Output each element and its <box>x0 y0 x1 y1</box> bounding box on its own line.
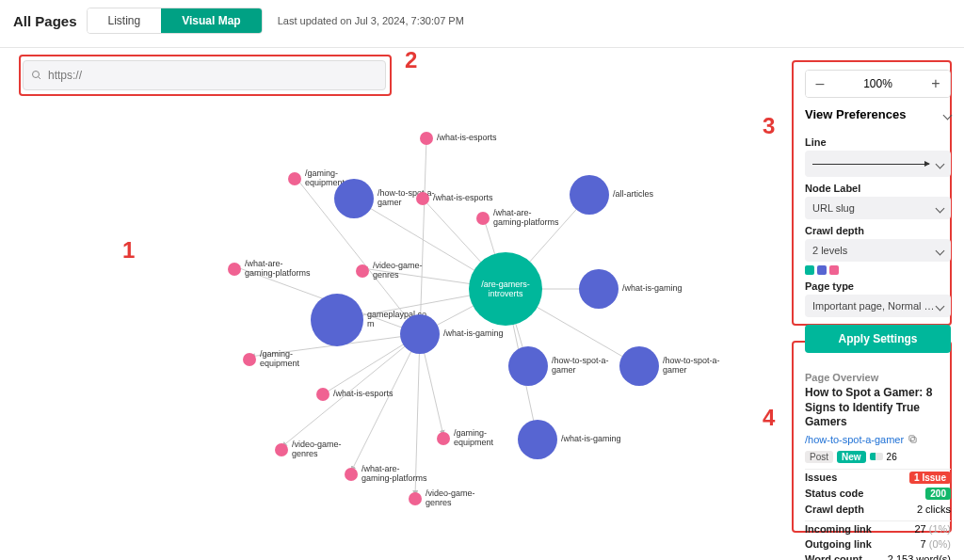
crawl-depth-label: Crawl depth <box>805 225 951 236</box>
zoom-in-button[interactable]: + <box>922 71 950 97</box>
search-input[interactable]: https:// <box>23 60 386 90</box>
node-n21[interactable]: /video-game-genres <box>409 489 491 508</box>
view-tabs: Listing Visual Map <box>87 8 263 34</box>
overview-url[interactable]: /how-to-spot-a-gamer <box>805 434 951 445</box>
node-label: /video-game-genres <box>426 489 491 508</box>
copy-icon[interactable] <box>908 434 918 444</box>
node-circle <box>288 172 301 185</box>
last-updated: Last updated on Jul 3, 2024, 7:30:07 PM <box>278 15 464 26</box>
node-circle <box>570 175 609 215</box>
tab-listing[interactable]: Listing <box>88 8 162 33</box>
node-circle <box>243 353 256 366</box>
node-n6[interactable]: /what-are-gaming-platforms <box>476 209 559 228</box>
node-n13[interactable]: /what-is-gaming <box>400 314 504 354</box>
chevron-down-icon <box>937 158 943 169</box>
node-label-select[interactable]: URL slug <box>805 197 951 219</box>
node-label: /what-is-esports <box>437 134 497 143</box>
node-label: /what-is-gaming <box>443 329 504 339</box>
svg-rect-22 <box>911 438 917 443</box>
node-label: /what-is-esports <box>333 390 394 399</box>
legend-swatch <box>805 265 814 275</box>
node-circle <box>345 468 358 481</box>
overview-tags: Post New 26 <box>805 451 951 463</box>
page-type-label: Page type <box>805 280 951 292</box>
node-circle <box>437 432 450 445</box>
node-circle <box>476 212 490 225</box>
post-tag: Post <box>805 451 833 463</box>
node-label: /what-is-gaming <box>561 435 621 444</box>
tab-visual-map[interactable]: Visual Map <box>161 8 261 33</box>
node-n1[interactable]: /what-is-esports <box>420 132 497 145</box>
node-n14[interactable]: /how-to-spot-a-gamer <box>508 346 618 386</box>
legend-swatch <box>817 265 827 275</box>
node-n18[interactable]: /what-is-gaming <box>518 420 621 459</box>
node-n16[interactable]: /what-is-esports <box>316 388 394 401</box>
node-label: /all-articles <box>613 190 653 200</box>
visual-map-canvas[interactable]: /what-is-esports/gaming-equipment/how-to… <box>19 94 781 546</box>
node-label: /what-is-gaming <box>622 284 683 294</box>
chevron-down-icon <box>937 245 943 256</box>
node-circle <box>409 492 422 505</box>
node-n10[interactable]: /what-is-gaming <box>579 269 683 309</box>
row-words: Word count 2,153 word(s) <box>805 553 951 560</box>
chevron-down-icon <box>937 202 943 214</box>
node-circle <box>356 264 369 278</box>
node-circle <box>619 346 659 386</box>
svg-line-1 <box>39 77 41 80</box>
row-status: Status code 200 <box>805 488 951 500</box>
new-tag: New <box>837 451 866 463</box>
row-incoming: Incoming link 27 (1%) <box>805 520 951 535</box>
page-title: All Pages <box>13 13 77 29</box>
node-circle <box>400 314 440 354</box>
row-outgoing: Outgoing link 7 (0%) <box>805 538 951 550</box>
node-n17[interactable]: /gaming-equipment <box>437 429 520 448</box>
header-bar: All Pages Listing Visual Map Last update… <box>0 0 964 41</box>
zoom-out-button[interactable]: – <box>806 71 834 97</box>
overview-score: 26 <box>887 452 897 462</box>
zoom-value: 100% <box>834 71 922 97</box>
svg-line-19 <box>351 334 420 472</box>
node-circle <box>579 269 619 309</box>
node-label: /how-to-spot-a-gamer <box>552 357 618 376</box>
overview-title: How to Spot a Gamer: 8 Signs to Identify… <box>805 386 951 430</box>
node-circle <box>416 192 429 205</box>
node-circle <box>228 263 241 276</box>
node-circle <box>334 179 374 218</box>
arrow-line-icon <box>812 164 929 165</box>
page-overview-panel: Page Overview How to Spot a Gamer: 8 Sig… <box>805 362 951 560</box>
node-circle <box>275 443 288 456</box>
node-circle <box>508 346 548 386</box>
score-bar-icon <box>870 453 883 460</box>
side-panel: – 100% + View Preferences Line Node Labe… <box>805 70 951 560</box>
node-n12[interactable]: /gaming-equipment <box>243 350 326 369</box>
zoom-control: – 100% + <box>805 70 951 98</box>
page-type-select[interactable]: Important page, Normal … <box>805 295 951 317</box>
node-n4[interactable]: /what-is-esports <box>416 192 493 205</box>
node-label: /how-to-spot-a-gamer <box>663 357 729 376</box>
node-label: /gaming-equipment <box>260 350 326 369</box>
node-n8[interactable]: /video-game-genres <box>356 262 439 280</box>
svg-point-0 <box>33 72 40 78</box>
svg-rect-23 <box>909 436 915 441</box>
callout-2: 2 <box>405 47 417 73</box>
node-n5[interactable]: /all-articles <box>570 175 653 215</box>
line-style-select[interactable] <box>805 151 951 177</box>
issues-badge: 1 Issue <box>909 472 951 484</box>
node-n7[interactable]: /what-are-gaming-platforms <box>228 260 311 279</box>
node-label: /what-are-gaming-platforms <box>362 465 427 484</box>
divider <box>0 47 964 48</box>
node-label: /video-game-genres <box>373 262 439 280</box>
node-label: /gaming-equipment <box>454 429 520 448</box>
node-circle <box>518 420 557 459</box>
node-circle <box>316 388 329 401</box>
view-prefs-header[interactable]: View Preferences <box>805 107 951 121</box>
search-value: https:// <box>48 69 82 82</box>
chevron-down-icon <box>944 107 951 121</box>
chevron-down-icon <box>937 300 943 312</box>
node-n15[interactable]: /how-to-spot-a-gamer <box>619 346 729 386</box>
row-issues: Issues 1 Issue <box>805 469 951 484</box>
apply-settings-button[interactable]: Apply Settings <box>805 325 951 353</box>
crawl-depth-select[interactable]: 2 levels <box>805 239 951 262</box>
node-n20[interactable]: /what-are-gaming-platforms <box>345 465 427 484</box>
node-n19[interactable]: /video-game-genres <box>275 440 358 459</box>
